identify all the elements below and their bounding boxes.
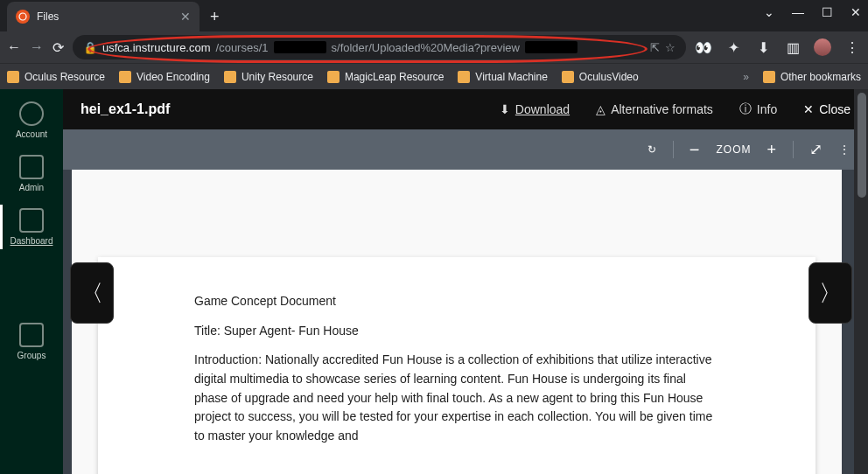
close-icon: ✕ xyxy=(803,102,814,116)
admin-icon xyxy=(19,155,44,179)
bookmarks-bar: Oculus Resource Video Encoding Unity Res… xyxy=(0,63,868,89)
minimize-icon[interactable]: — xyxy=(792,5,804,19)
url-path-a: /courses/1 xyxy=(216,41,269,54)
sidebar-item-dashboard[interactable]: Dashboard xyxy=(0,205,63,249)
alt-icon: ◬ xyxy=(596,102,606,116)
download-button[interactable]: ⬇Download xyxy=(500,102,570,116)
bookmark-item[interactable]: MagicLeap Resource xyxy=(327,71,444,83)
canvas-sidebar: Account Admin Dashboard Groups xyxy=(0,89,63,474)
zoom-out-button[interactable]: − xyxy=(690,140,701,160)
maximize-icon[interactable]: ☐ xyxy=(822,5,833,19)
download-label: Download xyxy=(515,102,570,116)
pdf-page: Game Concept Document Title: Super Agent… xyxy=(98,257,816,474)
folder-icon xyxy=(119,71,131,83)
scrollbar-thumb[interactable] xyxy=(858,93,866,198)
bookmark-label: Video Encoding xyxy=(136,71,210,83)
bookmark-item[interactable]: OculusVideo xyxy=(562,71,639,83)
folder-icon xyxy=(458,71,470,83)
doc-heading: Game Concept Document xyxy=(194,292,719,311)
svg-point-0 xyxy=(19,13,26,20)
browser-tab[interactable]: Files ✕ xyxy=(7,2,200,31)
groups-icon xyxy=(19,323,44,347)
file-name: hei_ex1-1.pdf xyxy=(80,101,473,117)
tab-favicon xyxy=(16,10,30,24)
sidebar-label: Dashboard xyxy=(10,236,53,246)
doc-title: Title: Super Agent- Fun House xyxy=(194,322,719,341)
redacted-segment xyxy=(525,41,578,53)
dashboard-icon xyxy=(19,208,44,233)
reload-button[interactable]: ⟳ xyxy=(52,39,64,56)
next-page-button[interactable]: 〉 xyxy=(808,262,852,324)
alt-label: Alternative formats xyxy=(611,102,713,116)
close-window-icon[interactable]: ✕ xyxy=(850,5,861,19)
zoom-in-button[interactable]: + xyxy=(766,141,777,159)
bookmark-label: MagicLeap Resource xyxy=(345,71,444,83)
new-tab-button[interactable]: + xyxy=(210,8,220,31)
apps-icon[interactable]: ▥ xyxy=(784,38,802,56)
extensions-icon[interactable]: ✦ xyxy=(724,38,742,56)
bookmark-item[interactable]: Video Encoding xyxy=(119,71,210,83)
bookmark-label: Virtual Machine xyxy=(475,71,548,83)
sidebar-label: Groups xyxy=(18,351,46,360)
url-host: usfca.instructure.com xyxy=(102,41,211,54)
bookmark-item[interactable]: Virtual Machine xyxy=(458,71,548,83)
tab-title: Files xyxy=(37,10,59,23)
other-bookmarks[interactable]: Other bookmarks xyxy=(763,71,861,83)
close-icon[interactable]: ✕ xyxy=(180,10,191,24)
pdf-page-area[interactable]: Game Concept Document Title: Super Agent… xyxy=(72,170,842,474)
close-viewer-button[interactable]: ✕Close xyxy=(803,102,850,116)
viewer-header: hei_ex1-1.pdf ⬇Download ◬Alternative for… xyxy=(63,89,868,129)
info-label: Info xyxy=(757,102,777,116)
bookmarks-overflow[interactable]: » xyxy=(743,71,749,83)
bookmark-item[interactable]: Oculus Resource xyxy=(7,71,105,83)
close-label: Close xyxy=(819,102,850,116)
folder-icon xyxy=(562,71,574,83)
bookmark-label: Unity Resource xyxy=(242,71,313,83)
rotate-icon[interactable]: ↻ xyxy=(648,143,657,156)
url-path-b: s/folder/Uploaded%20Media?preview xyxy=(332,41,520,54)
account-icon xyxy=(19,101,44,126)
info-icon: ⓘ xyxy=(739,101,752,117)
divider xyxy=(673,141,674,158)
redacted-segment xyxy=(274,41,326,53)
folder-icon xyxy=(224,71,236,83)
folder-icon xyxy=(327,71,340,83)
doc-intro: Introduction: Nationally accredited Fun … xyxy=(194,351,719,445)
folder-icon xyxy=(7,71,19,83)
lock-icon: 🔒 xyxy=(83,41,97,54)
download-icon: ⬇ xyxy=(500,102,510,116)
more-icon[interactable]: ⋮ xyxy=(839,143,850,156)
address-bar[interactable]: 🔒 usfca.instructure.com /courses/1 s/fol… xyxy=(73,35,686,59)
zoom-label: ZOOM xyxy=(716,143,751,156)
sidebar-item-admin[interactable]: Admin xyxy=(0,151,63,196)
prev-page-button[interactable]: 〈 xyxy=(70,262,114,324)
bookmark-label: Other bookmarks xyxy=(780,71,861,83)
forward-button[interactable]: → xyxy=(30,39,44,55)
divider xyxy=(793,141,794,158)
chevron-down-icon[interactable]: ⌄ xyxy=(764,5,774,19)
sidebar-label: Admin xyxy=(19,183,44,192)
folder-icon xyxy=(763,71,775,83)
menu-icon[interactable]: ⋮ xyxy=(844,38,861,56)
bookmark-label: Oculus Resource xyxy=(24,71,105,83)
back-button[interactable]: ← xyxy=(7,39,21,55)
alt-formats-button[interactable]: ◬Alternative formats xyxy=(596,102,713,116)
share-icon[interactable]: ⇱ xyxy=(650,41,660,54)
extension-icon[interactable]: 👀 xyxy=(695,38,712,56)
pdf-toolbar: ↻ − ZOOM + ⤢ ⋮ xyxy=(63,129,868,170)
info-button[interactable]: ⓘInfo xyxy=(739,101,777,117)
sidebar-item-groups[interactable]: Groups xyxy=(0,319,63,364)
star-icon[interactable]: ☆ xyxy=(665,41,676,54)
fullscreen-icon[interactable]: ⤢ xyxy=(809,140,823,159)
sidebar-item-account[interactable]: Account xyxy=(0,98,63,143)
profile-avatar[interactable] xyxy=(814,38,831,56)
download-icon[interactable]: ⬇ xyxy=(754,38,772,56)
sidebar-label: Account xyxy=(16,129,47,139)
bookmark-item[interactable]: Unity Resource xyxy=(224,71,313,83)
bookmark-label: OculusVideo xyxy=(579,71,639,83)
